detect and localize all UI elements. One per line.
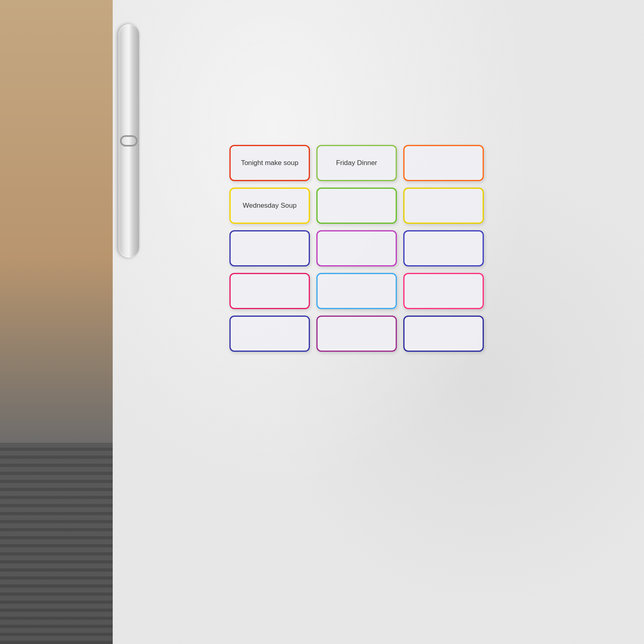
magnet-m5[interactable] (316, 188, 397, 224)
magnet-text-m1: Tonight make soup (241, 159, 299, 167)
magnet-m14[interactable] (316, 316, 397, 352)
fridge-handle (118, 24, 139, 258)
magnet-m11[interactable] (316, 273, 397, 309)
magnet-m2[interactable]: Friday Dinner (316, 145, 397, 181)
magnet-m6[interactable] (403, 188, 484, 224)
magnet-text-m4: Wednesday Soup (243, 201, 297, 210)
handle-container (113, 0, 145, 282)
magnet-m15[interactable] (403, 316, 484, 352)
magnet-m1[interactable]: Tonight make soup (229, 145, 310, 181)
magnet-m12[interactable] (403, 273, 484, 309)
magnet-m3[interactable] (403, 145, 484, 181)
magnet-m10[interactable] (229, 273, 310, 309)
magnet-m8[interactable] (316, 230, 397, 266)
magnet-text-m2: Friday Dinner (336, 159, 377, 167)
magnet-m7[interactable] (229, 230, 310, 266)
magnets-grid: Tonight make soupFriday DinnerWednesday … (229, 145, 484, 352)
kitchen-left-wall (0, 0, 129, 644)
magnet-m9[interactable] (403, 230, 484, 266)
magnet-m13[interactable] (229, 316, 310, 352)
magnet-m4[interactable]: Wednesday Soup (229, 188, 310, 224)
handle-ring (120, 135, 138, 147)
